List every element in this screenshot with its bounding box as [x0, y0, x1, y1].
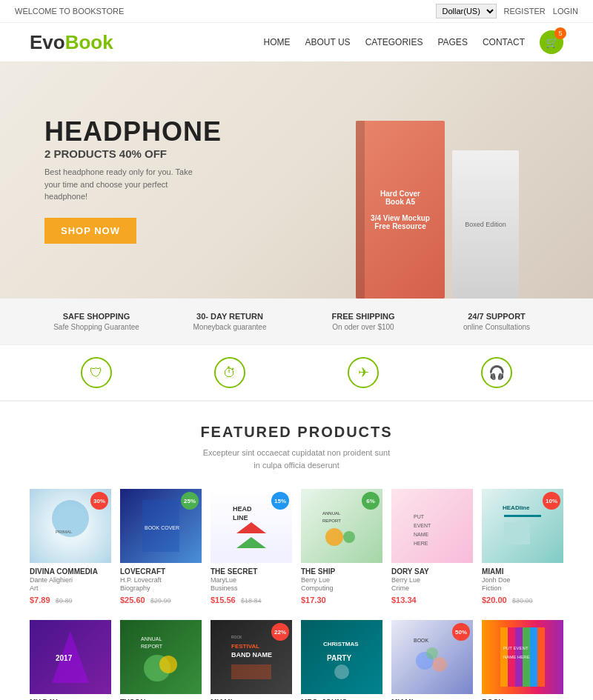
nav-home[interactable]: HOME [264, 37, 291, 47]
product-author-secret: MaryLue [211, 576, 292, 584]
nav-pages[interactable]: PAGES [437, 37, 467, 47]
product-genre-lovecraft: Biography [120, 584, 202, 592]
svg-text:FESTIVAL: FESTIVAL [231, 643, 259, 650]
cart-count: 5 [554, 27, 566, 39]
product-img-tyson: ANNUALREPORT [120, 620, 202, 694]
feature-return-title: 30- DAY RETURN [163, 312, 296, 321]
feature-support: 24/7 SUPPORT online Consultations [430, 312, 563, 331]
product-oldprice-lovecraft: $29.99 [150, 597, 171, 604]
product-genre-ship: Computing [301, 584, 382, 592]
product-price-divina: $7.89 [30, 596, 50, 604]
product-myday[interactable]: 2017 MY DAY Soun Doe Food $12.00 [30, 620, 111, 700]
svg-text:ANNUAL: ANNUAL [141, 636, 162, 641]
product-tyson[interactable]: ANNUALREPORT TYSON Jonh Doe Art $16.80 [120, 620, 202, 700]
book-main-text: Hard CoverBook A53/4 View MockupFree Res… [363, 182, 437, 238]
product-miami2[interactable]: 22% ROCKFESTIVALBAND NAME MIAMI Jonh Due… [211, 620, 292, 700]
svg-point-24 [159, 656, 177, 673]
book-side-text: Boxed Edition [465, 221, 506, 228]
product-img-miami1: 10% HEADline [482, 489, 563, 563]
product-ship[interactable]: 6% ANNUALREPORT THE SHIP Berry Lue Compu… [301, 489, 382, 605]
svg-text:PUT: PUT [414, 514, 425, 519]
logo-book: Book [65, 31, 113, 53]
feature-safe-shopping: SAFE SHOPPING Safe Shopping Guarantee [30, 312, 163, 331]
currency-select[interactable]: Dollar(US) [436, 4, 497, 19]
product-img-dory: PUTEVENTNAMEHERE [391, 489, 473, 563]
nav-categories[interactable]: CATEGORIES [365, 37, 423, 47]
top-bar: WELCOME TO BOOKSTORE Dollar(US) REGISTER… [0, 0, 593, 23]
svg-text:REPORT: REPORT [141, 644, 163, 649]
product-rock[interactable]: PUT EVENT NAME HERE ROCK Jonh Doe Romanc… [482, 620, 563, 700]
clock-icon[interactable]: ⏱ [214, 357, 245, 388]
svg-text:BAND NAME: BAND NAME [231, 651, 272, 659]
product-author-lovecraft: H.P. Lovecraft [120, 576, 202, 584]
svg-rect-28 [231, 664, 271, 679]
product-img-miami3: 50% BOOK [391, 620, 473, 694]
plane-icon[interactable]: ✈ [348, 357, 379, 388]
svg-point-34 [432, 657, 447, 672]
svg-point-10 [325, 528, 343, 546]
shield-icon[interactable]: 🛡 [81, 357, 112, 388]
product-author-ship: Berry Lue [301, 576, 382, 584]
headphone-icon[interactable]: 🎧 [481, 357, 512, 388]
svg-marker-6 [236, 522, 266, 533]
product-secret[interactable]: 15% HEADLINE THE SECRET MaryLue Business… [211, 489, 292, 605]
nav-contact[interactable]: CONTACT [483, 37, 525, 47]
cart-button[interactable]: 🛒 5 [540, 30, 563, 54]
product-oldprice-secret: $18.84 [241, 597, 262, 604]
hero-content: HEADPHONE 2 PRODUCTS 40% OFF Best headph… [0, 116, 266, 244]
svg-text:CHRISTMAS: CHRISTMAS [323, 641, 359, 647]
product-img-lovecraft: 25% BOOK COVER [120, 489, 202, 563]
book-side: Boxed Edition [452, 150, 519, 299]
product-genre-dory: Crime [391, 584, 473, 592]
nav-about[interactable]: ABOUT US [305, 37, 351, 47]
logo: EvoBook [30, 31, 113, 54]
product-name-divina: DIVINA COMMEDIA [30, 567, 111, 576]
top-bar-right: Dollar(US) REGISTER LOGIN [436, 4, 578, 19]
product-dory[interactable]: PUTEVENTNAMEHERE DORY SAY Berry Lue Crim… [391, 489, 473, 605]
login-link[interactable]: LOGIN [553, 7, 578, 16]
product-miami1[interactable]: 10% HEADline MIAMI Jonh Doe Fiction $20.… [482, 489, 563, 605]
featured-desc: Excepteur sint occaecat cupidatat non pr… [30, 447, 563, 471]
book-main: Hard CoverBook A53/4 View MockupFree Res… [356, 121, 445, 299]
product-name-secret: THE SECRET [211, 567, 292, 576]
svg-rect-40 [530, 627, 537, 687]
svg-text:BOOK: BOOK [414, 638, 429, 643]
feature-return-desc: Moneyback guarantee [163, 323, 296, 331]
product-price-lovecraft: $25.60 [120, 596, 145, 604]
product-genre-divina: Art [30, 584, 111, 592]
product-divina[interactable]: 30% PRIMAL DIVINA COMMEDIA Dante Alighie… [30, 489, 111, 605]
feature-shipping-title: FREE SHIPPING [296, 312, 430, 321]
svg-point-35 [426, 647, 438, 659]
product-name-lovecraft: LOVECRAFT [120, 567, 202, 576]
feature-shipping: FREE SHIPPING On oder over $100 [296, 312, 430, 331]
svg-rect-18 [504, 522, 530, 544]
hero-books: Hard CoverBook A53/4 View MockupFree Res… [356, 121, 519, 299]
logo-evo: Evo [30, 31, 65, 53]
product-genre-miami1: Fiction [482, 584, 563, 592]
register-link[interactable]: REGISTER [504, 7, 546, 16]
svg-text:HERE: HERE [414, 541, 428, 546]
product-lovecraft[interactable]: 25% BOOK COVER LOVECRAFT H.P. Lovecraft … [120, 489, 202, 605]
product-price-dory: $13.34 [391, 596, 417, 604]
badge-miami1: 10% [543, 492, 560, 510]
product-img-secret: 15% HEADLINE [211, 489, 292, 563]
product-price-secret: $15.56 [211, 596, 236, 604]
svg-text:2017: 2017 [56, 654, 73, 662]
feature-support-desc: online Consultations [430, 323, 563, 331]
shop-now-button[interactable]: SHOP NOW [44, 218, 136, 244]
product-img-ship: 6% ANNUALREPORT [301, 489, 382, 563]
svg-point-31 [334, 664, 349, 679]
product-img-rock: PUT EVENT NAME HERE [482, 620, 563, 694]
badge-ship: 6% [362, 492, 380, 510]
header: EvoBook HOME ABOUT US CATEGORIES PAGES C… [0, 23, 593, 61]
badge-miami3: 50% [452, 623, 470, 641]
hero-banner: HEADPHONE 2 PRODUCTS 40% OFF Best headph… [0, 61, 593, 299]
features-bar: SAFE SHOPPING Safe Shopping Guarantee 30… [0, 299, 593, 345]
badge-divina: 30% [90, 492, 108, 510]
product-oldprice-divina: $9.89 [56, 597, 73, 604]
svg-marker-7 [236, 537, 266, 548]
hero-subtitle: 2 PRODUCTS 40% OFF [44, 147, 222, 160]
product-mrsjohns[interactable]: CHRISTMASPARTY MRS. JOHNS Jonh Doe Crime… [301, 620, 382, 700]
product-miami3[interactable]: 50% BOOK MIAMI Jonh Doe Religion $8.32 $… [391, 620, 473, 700]
product-oldprice-miami1: $30.00 [512, 597, 533, 604]
